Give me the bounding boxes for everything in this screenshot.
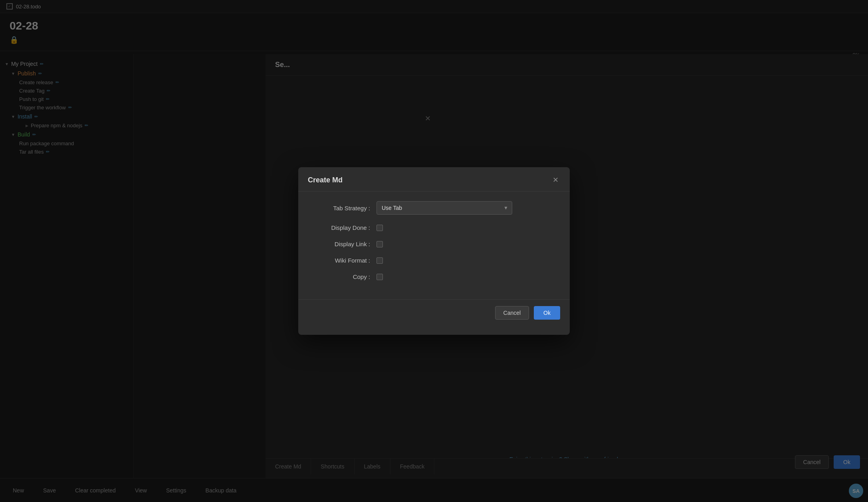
modal-dialog: Create Md ✕ Tab Strategy : Use Tab Use S… (298, 167, 570, 335)
modal-title: Create Md (308, 176, 343, 184)
display-done-label: Display Done : (314, 224, 370, 231)
tab-strategy-select[interactable]: Use Tab Use Spaces None (377, 201, 512, 215)
modal-close-button[interactable]: ✕ (551, 175, 560, 185)
modal-ok-button[interactable]: Ok (534, 306, 560, 320)
modal-backdrop: Create Md ✕ Tab Strategy : Use Tab Use S… (0, 0, 868, 502)
display-link-label: Display Link : (314, 241, 370, 247)
display-done-row: Display Done : (314, 224, 554, 231)
tab-strategy-label: Tab Strategy : (314, 205, 370, 211)
modal-cancel-button[interactable]: Cancel (495, 306, 529, 320)
tab-strategy-select-wrapper: Use Tab Use Spaces None ▼ (377, 201, 512, 215)
copy-checkbox[interactable] (377, 274, 383, 280)
wiki-format-row: Wiki Format : (314, 257, 554, 264)
display-link-row: Display Link : (314, 241, 554, 247)
copy-label: Copy : (314, 273, 370, 280)
modal-header: Create Md ✕ (298, 167, 570, 192)
tab-strategy-row: Tab Strategy : Use Tab Use Spaces None ▼ (314, 201, 554, 215)
wiki-format-label: Wiki Format : (314, 257, 370, 264)
copy-row: Copy : (314, 273, 554, 280)
display-done-checkbox[interactable] (377, 225, 383, 231)
display-link-checkbox[interactable] (377, 241, 383, 247)
modal-footer: Cancel Ok (298, 299, 570, 326)
modal-body: Tab Strategy : Use Tab Use Spaces None ▼… (298, 192, 570, 299)
wiki-format-checkbox[interactable] (377, 257, 383, 264)
